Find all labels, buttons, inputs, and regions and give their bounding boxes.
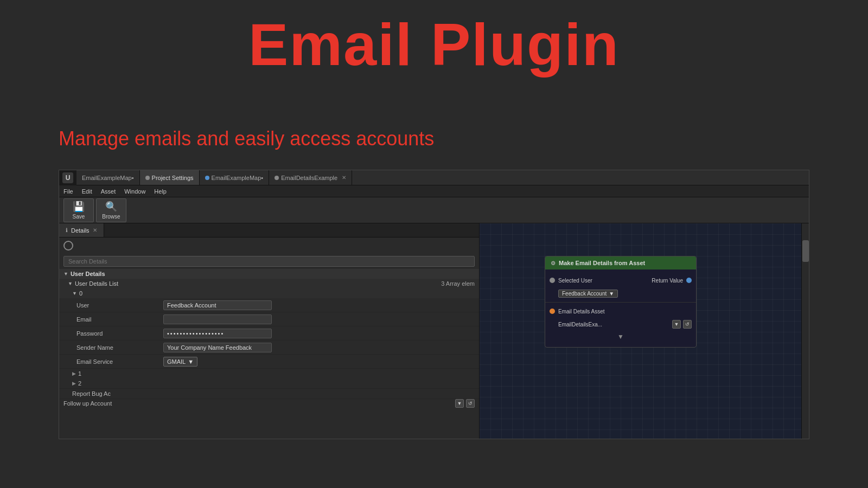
index-1-arrow-icon: ▶: [72, 371, 76, 376]
tab-email-details-example[interactable]: EmailDetailsExample ✕: [269, 170, 352, 185]
menu-bar: File Edit Asset Window Help: [59, 185, 809, 197]
password-field-input[interactable]: [163, 329, 272, 338]
email-details-asset-value: EmailDetailsExa...: [558, 322, 602, 328]
tab-email-example-map[interactable]: EmailExampleMap•: [76, 170, 140, 185]
sender-name-field-input[interactable]: [163, 343, 272, 352]
user-details-section[interactable]: ▼ User Details: [59, 269, 479, 279]
scrollbar-thumb[interactable]: [802, 240, 809, 262]
tab-label: Project Settings: [152, 175, 194, 181]
follow-up-controls: ▼ ↺: [455, 399, 475, 408]
subsection-collapse-icon: ▼: [68, 281, 73, 286]
tab-label: EmailExampleMap•: [212, 175, 264, 181]
main-content: ℹ Details ✕ ▼ User Details ▼ User Detail…: [59, 223, 809, 439]
reset-btn[interactable]: ↺: [466, 399, 475, 408]
tab-email-example-map-2[interactable]: EmailExampleMap•: [200, 170, 270, 185]
email-field-row: Email: [59, 312, 479, 326]
asset-collapse-btn[interactable]: ▼: [672, 320, 681, 329]
asset-reset-btn[interactable]: ↺: [683, 320, 692, 329]
menu-help[interactable]: Help: [154, 188, 167, 195]
details-tab-icon: ℹ: [66, 227, 68, 233]
tab-label: EmailDetailsExample: [281, 175, 337, 181]
return-value-pin-label: Return Value: [652, 278, 683, 284]
selected-user-pin-label: Selected User: [558, 278, 592, 284]
index-2-arrow-icon: ▶: [72, 381, 76, 386]
save-button[interactable]: 💾 Save: [63, 198, 94, 222]
index-2-label: 2: [78, 380, 81, 387]
selected-user-pin-row: Selected User Return Value: [545, 274, 696, 287]
save-icon: 💾: [73, 201, 85, 213]
left-panel: ℹ Details ✕ ▼ User Details ▼ User Detail…: [59, 223, 480, 439]
blueprint-graph[interactable]: ⚙ Make Email Details from Asset Selected…: [480, 223, 809, 439]
index-1-row[interactable]: ▶ 1: [59, 369, 479, 378]
menu-window[interactable]: Window: [124, 188, 145, 195]
tab-label: EmailExampleMap•: [82, 175, 134, 181]
blueprint-node: ⚙ Make Email Details from Asset Selected…: [545, 256, 697, 348]
ue-icon: U: [62, 172, 73, 183]
gmail-option-label: GMAIL: [167, 358, 186, 365]
report-bug-label: Report Bug Ac: [72, 390, 111, 397]
selected-user-dropdown[interactable]: Feedback Account ▼: [558, 290, 618, 298]
collapse-btn[interactable]: ▼: [455, 399, 464, 408]
email-details-asset-value-row: EmailDetailsExa... ▼ ↺: [545, 318, 696, 331]
save-label: Save: [73, 214, 85, 220]
bp-node-body: Selected User Return Value Feedback Acco…: [545, 269, 696, 347]
node-expand-row: ▼: [545, 331, 696, 343]
browse-button[interactable]: 🔍 Browse: [96, 198, 126, 222]
email-service-field-row: Email Service GMAIL ▼: [59, 355, 479, 369]
user-details-list-header[interactable]: ▼ User Details List 3 Array elem: [59, 279, 479, 288]
toolbar: 💾 Save 🔍 Browse: [59, 197, 809, 223]
user-details-list-label: User Details List: [75, 280, 118, 287]
selected-user-pin-left: Selected User: [550, 278, 592, 284]
email-details-asset-pin-label: Email Details Asset: [558, 309, 605, 314]
selected-user-dropdown-label: Feedback Account: [562, 291, 607, 297]
return-value-pin-right: Return Value: [652, 278, 692, 284]
index-1-label: 1: [78, 370, 81, 377]
sender-name-field-label: Sender Name: [76, 344, 163, 351]
menu-asset[interactable]: Asset: [101, 188, 116, 195]
array-count: 3 Array elem: [441, 280, 475, 287]
menu-file[interactable]: File: [63, 188, 73, 195]
graph-scrollbar[interactable]: [801, 223, 809, 439]
return-value-pin-circle: [686, 278, 692, 283]
selected-user-pin-circle: [550, 278, 555, 283]
node-expand-icon[interactable]: ▼: [617, 333, 624, 341]
index-0-header[interactable]: ▼ 0 Feedback Acc: [59, 288, 479, 298]
user-field-input[interactable]: [163, 300, 272, 310]
selected-user-dropdown-row: Feedback Account ▼: [545, 287, 696, 300]
email-details-asset-pin-row: Email Details Asset: [545, 305, 696, 318]
tab-close-icon[interactable]: ✕: [342, 175, 346, 181]
menu-edit[interactable]: Edit: [82, 188, 92, 195]
bp-node-title: Make Email Details from Asset: [559, 260, 645, 266]
password-field-row: Password: [59, 326, 479, 341]
follow-up-row: Follow up Account ▼ ↺: [59, 399, 479, 408]
browse-label: Browse: [102, 214, 120, 220]
tab-dot-grey: [145, 176, 150, 180]
tab-project-settings[interactable]: Project Settings: [140, 170, 200, 185]
node-separator: [545, 302, 696, 303]
bp-node-header: ⚙ Make Email Details from Asset: [545, 256, 696, 269]
email-field-label: Email: [76, 316, 163, 323]
details-tab-close-icon[interactable]: ✕: [93, 227, 97, 233]
details-tab-bar: ℹ Details ✕: [59, 223, 479, 237]
password-field-label: Password: [76, 330, 163, 337]
email-service-dropdown[interactable]: GMAIL ▼: [163, 357, 197, 367]
hero-title: Email Plugin: [0, 10, 868, 79]
user-field-row: User: [59, 298, 479, 312]
user-field-label: User: [76, 302, 163, 309]
asset-controls: ▼ ↺: [672, 320, 692, 329]
email-field-input[interactable]: [163, 314, 272, 324]
details-tab[interactable]: ℹ Details ✕: [59, 223, 104, 237]
bp-node-header-icon: ⚙: [551, 260, 556, 266]
ue-logo: U: [59, 170, 76, 185]
search-details-input[interactable]: [63, 256, 475, 267]
dropdown-chevron-icon: ▼: [609, 291, 614, 297]
report-bug-row: Report Bug Ac: [59, 388, 479, 399]
ue-editor-window: U EmailExampleMap• Project Settings Emai…: [59, 170, 809, 439]
index-2-row[interactable]: ▶ 2: [59, 378, 479, 388]
status-circle-icon: [63, 241, 73, 251]
tab-dot-grey2: [275, 176, 279, 180]
follow-up-label: Follow up Account: [63, 400, 112, 407]
email-details-asset-pin-circle: [550, 309, 555, 314]
browse-icon: 🔍: [105, 201, 117, 213]
hero-subtitle: Manage emails and easily access accounts: [59, 127, 434, 150]
